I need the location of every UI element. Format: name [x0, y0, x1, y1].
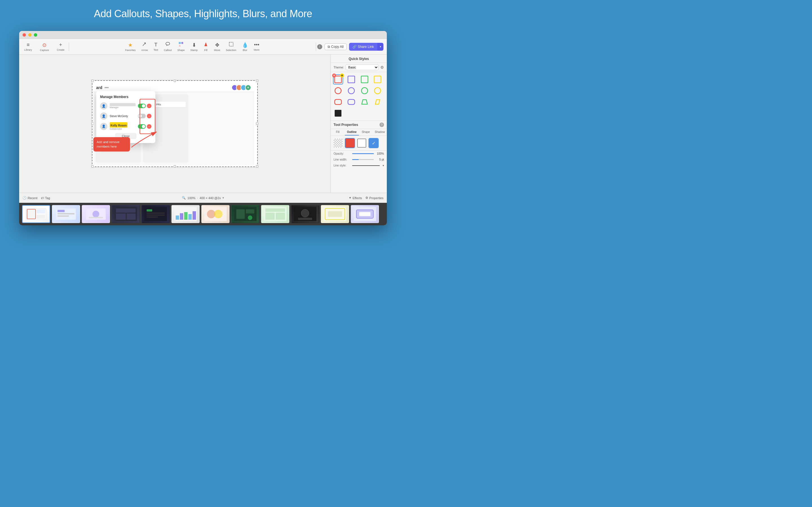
library-button[interactable]: ≡ Library [22, 41, 34, 52]
swatch-green-circle[interactable] [359, 86, 370, 96]
blur-label: Blur [243, 49, 247, 52]
handle-bl[interactable] [91, 165, 94, 168]
line-width-slider[interactable] [352, 159, 374, 160]
kelly-highlight: Kelly Rosen [110, 122, 128, 128]
favorites-button[interactable]: ★ Favorites [123, 41, 137, 53]
thumbnail-9[interactable] [261, 205, 289, 223]
line-style-dropdown[interactable]: ▾ [383, 164, 384, 167]
board-dots: ••• [105, 86, 109, 90]
swatch-purple-circle[interactable] [346, 86, 356, 96]
move-button[interactable]: ✥ Move [212, 41, 222, 53]
svg-rect-2 [181, 42, 183, 44]
minimize-button[interactable] [28, 33, 32, 37]
svg-rect-51 [246, 209, 254, 214]
thumbnail-3[interactable] [82, 205, 110, 223]
dimensions-dropdown[interactable]: ▾ [222, 196, 224, 200]
svg-point-48 [214, 210, 222, 218]
toolbar-separator-right [316, 43, 316, 51]
more-label: More [254, 48, 260, 51]
remove-btn-2[interactable]: − [147, 114, 151, 118]
tag-label: Tag [45, 196, 50, 200]
handle-bc[interactable] [174, 165, 176, 168]
toolbar-center: ★ Favorites Arrow T Text Callout [70, 41, 315, 53]
swatch-red-square[interactable]: ✕ ★ [333, 74, 343, 84]
toggle-1[interactable] [138, 104, 146, 108]
swatch-yellow-square[interactable] [372, 74, 383, 84]
swatch-red-circle[interactable] [333, 86, 343, 96]
maximize-button[interactable] [34, 33, 37, 37]
callout-button[interactable]: Callout [162, 41, 173, 53]
arrow-button[interactable]: Arrow [140, 41, 150, 53]
swatch-black-filled[interactable] [333, 108, 343, 118]
svg-rect-27 [57, 216, 69, 217]
thumbnail-7[interactable] [201, 205, 230, 223]
text-button[interactable]: T Text [152, 41, 160, 52]
tab-outline[interactable]: Outline [345, 129, 359, 135]
canvas-area[interactable]: ard ••• + To Do [19, 55, 331, 193]
tab-shadow[interactable]: Shadow [373, 129, 387, 135]
create-button[interactable]: + Create [55, 41, 66, 52]
svg-rect-36 [147, 209, 152, 212]
thumbnail-4[interactable] [112, 205, 140, 223]
swatch-green-square[interactable] [359, 74, 370, 84]
stamp-button[interactable]: ⬇ Stamp [189, 41, 199, 53]
thumbnail-6[interactable] [171, 205, 200, 223]
thumbnail-12[interactable] [351, 205, 379, 223]
canvas-content: ard ••• + To Do [92, 80, 258, 167]
theme-select[interactable]: Basic [346, 64, 378, 70]
theme-gear-icon[interactable]: ⚙ [380, 65, 384, 69]
thumbnail-2[interactable] [52, 205, 80, 223]
swatch-purple-rounded[interactable] [346, 97, 356, 107]
svg-rect-1 [179, 42, 181, 44]
handle-tl[interactable] [91, 80, 94, 82]
thumbnail-8[interactable] [231, 205, 259, 223]
swatch-green-trapezoid[interactable] [359, 97, 370, 107]
handle-tr[interactable] [256, 80, 258, 82]
tab-shape[interactable]: Shape [359, 129, 373, 135]
remove-btn-1[interactable]: − [147, 104, 151, 108]
shape-button[interactable]: Shape [175, 41, 186, 53]
thumbnail-10[interactable] [291, 205, 319, 223]
share-link-dropdown[interactable]: ▾ [377, 43, 384, 51]
help-button[interactable]: ? [379, 122, 384, 127]
blur-button[interactable]: 💧 Blur [240, 41, 250, 53]
capture-button[interactable]: ⊙ Capture [38, 41, 51, 53]
opacity-slider[interactable] [352, 153, 374, 154]
thumb-inner-8 [232, 206, 259, 223]
toggle-2[interactable] [138, 114, 146, 118]
share-link-button[interactable]: 🔗 Share Link [349, 43, 377, 51]
effects-button[interactable]: ✦ Effects [349, 196, 362, 200]
selection-button[interactable]: Selection [224, 41, 238, 53]
avatar-plus[interactable]: + [245, 84, 251, 91]
toggle-3[interactable] [138, 124, 146, 129]
thumbnail-1[interactable] [22, 205, 50, 223]
prop-swatch-transparent[interactable] [333, 138, 343, 148]
member-name-2: Steve McGinty [110, 115, 136, 118]
swatch-yellow-parallelogram[interactable] [372, 97, 383, 107]
props-swatches: ✓ [331, 136, 387, 151]
more-button[interactable]: ••• More [252, 41, 261, 52]
swatch-purple-square[interactable] [346, 74, 356, 84]
handle-br[interactable] [256, 165, 258, 168]
prop-swatch-outline[interactable] [357, 138, 367, 148]
thumbnail-11[interactable] [321, 205, 349, 223]
member-row-3: 👤 Kelly Rosen Collaborator [100, 122, 151, 130]
thumbnail-5[interactable] [142, 205, 170, 223]
handle-tc[interactable] [174, 80, 176, 82]
swatch-red-rounded[interactable] [333, 97, 343, 107]
line-width-label: Line width: [334, 158, 350, 161]
tag-button[interactable]: 🏷 Tag [41, 196, 50, 200]
properties-button[interactable]: ⚙ Properties [365, 196, 384, 200]
remove-btn-3[interactable]: − [147, 124, 151, 129]
tab-fill[interactable]: Fill [331, 129, 345, 135]
info-button[interactable]: i [317, 44, 322, 49]
swatch-yellow-circle[interactable] [372, 86, 383, 96]
close-button[interactable] [22, 33, 26, 37]
prop-swatch-red[interactable] [345, 138, 355, 148]
prop-swatch-blue[interactable]: ✓ [368, 138, 378, 148]
recent-button[interactable]: 🕐 Recent [22, 196, 38, 200]
copy-all-button[interactable]: ⧉ Copy All [324, 43, 347, 50]
fill-button[interactable]: Fill [202, 41, 210, 53]
handle-mr[interactable] [256, 122, 258, 125]
screenshot-mockup: ard ••• + To Do [92, 80, 258, 167]
